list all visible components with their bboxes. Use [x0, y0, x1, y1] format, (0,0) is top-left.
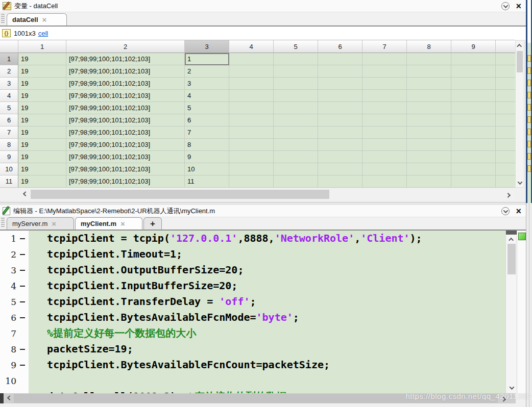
code-line[interactable]: tcpipClient.OutputBufferSize=20;	[29, 262, 505, 278]
table-corner-cell[interactable]	[0, 40, 18, 53]
breakpoint-dash[interactable]	[16, 270, 29, 271]
table-cell[interactable]: 7	[185, 126, 229, 139]
table-cell[interactable]	[229, 53, 274, 65]
table-cell[interactable]	[496, 139, 515, 151]
table-cell[interactable]: 19	[18, 65, 66, 78]
table-cell[interactable]	[407, 151, 451, 163]
table-cell[interactable]: 11	[185, 175, 229, 188]
table-cell[interactable]: [97;98;99;100;101;102;103]	[66, 139, 185, 151]
table-cell[interactable]	[451, 65, 496, 78]
table-cell[interactable]	[229, 114, 274, 126]
row-header[interactable]: 3	[0, 78, 18, 90]
tab-datacell[interactable]: dataCell ×	[7, 13, 67, 26]
table-cell[interactable]	[496, 175, 515, 188]
column-header[interactable]: 8	[407, 40, 451, 53]
table-cell[interactable]	[318, 175, 362, 188]
table-cell[interactable]	[496, 126, 515, 139]
scroll-down-button[interactable]	[507, 384, 516, 391]
table-cell[interactable]	[451, 151, 496, 163]
table-cell[interactable]	[274, 114, 318, 126]
table-cell[interactable]: [97;98;99;100;101;102;103]	[66, 102, 185, 114]
table-cell[interactable]: 4	[185, 90, 229, 102]
column-header[interactable]: 9	[451, 40, 496, 53]
table-cell[interactable]: [97;98;99;100;101;102;103]	[66, 114, 185, 126]
column-header[interactable]: 1	[18, 40, 66, 53]
table-cell[interactable]: [97;98;99;100;101;102;103]	[66, 126, 185, 139]
table-cell[interactable]: 19	[18, 114, 66, 126]
scroll-up-button[interactable]	[507, 236, 516, 243]
tab-myserver[interactable]: myServer.m ×	[7, 217, 74, 230]
table-cell[interactable]	[274, 126, 318, 139]
table-cell[interactable]: 1	[185, 53, 229, 65]
new-tab-button[interactable]: +	[143, 217, 162, 230]
table-cell[interactable]	[274, 151, 318, 163]
panel-menu-icon[interactable]	[501, 2, 510, 10]
table-cell[interactable]	[496, 102, 515, 114]
table-cell[interactable]	[451, 53, 496, 65]
table-cell[interactable]: [97;98;99;100;101;102;103]	[66, 151, 185, 163]
table-cell[interactable]: 9	[185, 151, 229, 163]
table-cell[interactable]	[362, 65, 407, 78]
row-header[interactable]: 4	[0, 90, 18, 102]
table-cell[interactable]	[451, 126, 496, 139]
table-cell[interactable]: 19	[18, 151, 66, 163]
table-cell[interactable]	[274, 175, 318, 188]
table-cell[interactable]: 3	[185, 78, 229, 90]
code-line[interactable]	[29, 373, 505, 389]
breakpoint-dash[interactable]	[16, 301, 29, 302]
code-line[interactable]: tcpipClient.BytesAvailableFcnMode='byte'…	[29, 310, 505, 325]
table-cell[interactable]	[451, 163, 496, 175]
table-cell[interactable]	[229, 175, 274, 188]
row-header[interactable]: 8	[0, 139, 18, 151]
table-cell[interactable]	[274, 53, 318, 65]
analyzer-status-indicator[interactable]	[518, 233, 526, 240]
table-cell[interactable]	[496, 90, 515, 102]
table-cell[interactable]	[318, 163, 362, 175]
table-cell[interactable]: 10	[185, 163, 229, 175]
table-cell[interactable]	[318, 126, 362, 139]
table-cell[interactable]: [97;98;99;100;101;102;103]	[66, 163, 185, 175]
table-cell[interactable]	[451, 175, 496, 188]
column-header[interactable]: 6	[318, 40, 362, 53]
tab-close-icon[interactable]: ×	[52, 219, 56, 228]
table-cell[interactable]	[274, 90, 318, 102]
row-header[interactable]: 9	[0, 151, 18, 163]
column-header[interactable]: 2	[66, 40, 185, 53]
table-cell[interactable]	[496, 151, 515, 163]
table-cell[interactable]	[451, 102, 496, 114]
row-header[interactable]: 6	[0, 114, 18, 126]
breakpoint-dash[interactable]	[16, 238, 29, 239]
editor-vertical-scrollbar[interactable]	[505, 231, 517, 393]
table-cell[interactable]	[496, 114, 515, 126]
table-cell[interactable]	[229, 126, 274, 139]
scroll-thumb[interactable]	[31, 190, 329, 199]
table-cell[interactable]	[318, 151, 362, 163]
code-line[interactable]: packetSize=19;	[29, 341, 505, 357]
code-line[interactable]: tcpipClient.BytesAvailableFcnCount=packe…	[29, 357, 505, 373]
table-cell[interactable]	[407, 139, 451, 151]
table-cell[interactable]: [97;98;99;100;101;102;103]	[66, 53, 185, 65]
table-cell[interactable]	[229, 163, 274, 175]
table-cell[interactable]	[407, 175, 451, 188]
breakpoint-dash[interactable]	[16, 349, 29, 350]
table-cell[interactable]: 2	[185, 65, 229, 78]
table-cell[interactable]	[451, 78, 496, 90]
table-cell[interactable]	[362, 139, 407, 151]
table-cell[interactable]	[362, 102, 407, 114]
column-header[interactable]: 7	[362, 40, 407, 53]
scroll-thumb[interactable]	[517, 51, 523, 72]
table-cell[interactable]: [97;98;99;100;101;102;103]	[66, 175, 185, 188]
table-cell[interactable]	[496, 163, 515, 175]
table-cell[interactable]	[407, 114, 451, 126]
scroll-right-button[interactable]	[503, 189, 514, 200]
table-cell[interactable]: [97;98;99;100;101;102;103]	[66, 78, 185, 90]
row-header[interactable]: 7	[0, 126, 18, 139]
column-header-partial[interactable]	[496, 40, 515, 53]
table-cell[interactable]	[407, 126, 451, 139]
table-cell[interactable]	[318, 78, 362, 90]
table-cell[interactable]	[274, 65, 318, 78]
table-cell[interactable]: 19	[18, 126, 66, 139]
table-cell[interactable]	[318, 65, 362, 78]
table-cell[interactable]: 19	[18, 78, 66, 90]
row-header[interactable]: 11	[0, 175, 18, 188]
